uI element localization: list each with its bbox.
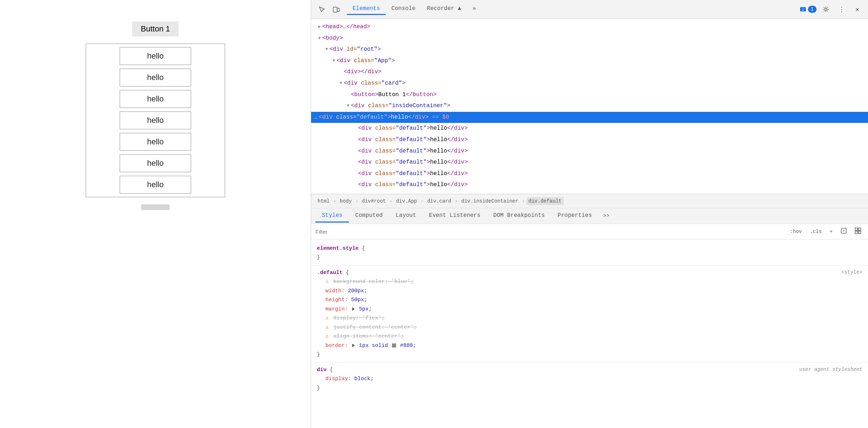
default-style-source: <style> — [841, 268, 862, 277]
styles-filter-input[interactable] — [315, 229, 784, 235]
panel-tabs: Styles Computed Layout Event Listeners D… — [311, 208, 868, 224]
svg-rect-1 — [337, 8, 339, 11]
settings-icon[interactable] — [819, 3, 832, 16]
breadcrumb-div-card[interactable]: div.card — [425, 197, 453, 205]
dom-tree: ▶ <head>…</head> ▼ <body> ▼ <div id="roo… — [311, 19, 868, 194]
element-style-close: } — [317, 253, 862, 262]
browser-content-panel: Button 1 hello hello hello hello hello h… — [0, 0, 311, 428]
warning-icon-align: ⚠ — [325, 333, 329, 339]
div-style-close: } — [317, 384, 862, 393]
dom-line-inside-container[interactable]: ▼ <div class="insideContainer"> — [311, 100, 868, 112]
dom-line-default-7[interactable]: ▶ <div class="default">hello</div> — [311, 179, 868, 191]
breadcrumb-div-inside-container[interactable]: div.insideContainer — [459, 197, 521, 205]
dom-line-body[interactable]: ▼ <body> — [311, 33, 868, 44]
style-rule-default: .default { <style> ⚠ background-color: '… — [311, 267, 868, 361]
filter-actions: :hov .cls + — [787, 227, 864, 237]
panel-tab-dom-breakpoints[interactable]: DOM Breakpoints — [487, 209, 551, 223]
panel-tab-layout[interactable]: Layout — [389, 209, 423, 223]
toolbar-right: 1 1 ⋮ ✕ — [799, 3, 864, 16]
prop-div-display: display: block; — [317, 374, 862, 384]
toggle-style-button[interactable] — [838, 227, 849, 237]
element-style-selector: element.style { — [317, 244, 862, 253]
prop-bg-color: ⚠ background-color: 'blue'; — [317, 277, 862, 287]
default-style-close: } — [317, 350, 862, 359]
breadcrumb-sep-5: › — [455, 198, 458, 204]
panel-tab-more-icon[interactable]: >> — [601, 211, 612, 220]
button-1[interactable]: Button 1 — [132, 21, 179, 36]
breadcrumb-bar: html › body › div#root › div.App › div.c… — [311, 194, 868, 208]
add-style-button[interactable]: + — [827, 228, 835, 235]
tab-more[interactable]: » — [467, 3, 482, 15]
dom-line-head[interactable]: ▶ <head>…</head> — [311, 21, 868, 33]
tab-recorder[interactable]: Recorder ▲ — [421, 3, 467, 15]
border-color-swatch[interactable] — [392, 343, 396, 348]
cls-button[interactable]: .cls — [807, 228, 824, 235]
breadcrumb-div-app[interactable]: div.App — [394, 197, 419, 205]
border-expand-arrow[interactable] — [352, 344, 355, 347]
dom-line-root[interactable]: ▼ <div id="root"> — [311, 44, 868, 55]
prop-border: border: 1px solid #888; — [317, 341, 862, 350]
dom-line-card[interactable]: ▼ <div class="card"> — [311, 78, 868, 89]
panel-tab-computed[interactable]: Computed — [349, 209, 389, 223]
hello-box-5: hello — [120, 133, 191, 151]
panel-tab-styles[interactable]: Styles — [315, 209, 349, 223]
breadcrumb-sep-2: › — [355, 198, 358, 204]
panel-tab-event-listeners[interactable]: Event Listeners — [423, 209, 487, 223]
prop-width: width: 200px; — [317, 287, 862, 296]
hov-button[interactable]: :hov — [787, 228, 804, 235]
svg-rect-9 — [855, 231, 858, 234]
margin-expand-arrow[interactable] — [352, 307, 355, 311]
inspect-icon[interactable] — [315, 3, 328, 16]
breadcrumb-html[interactable]: html — [315, 197, 332, 205]
warning-icon-bg: ⚠ — [325, 279, 329, 285]
dom-line-default-1[interactable]: … <div class="default">hello</div> == $0 — [311, 112, 868, 123]
devtools-panel: Elements Console Recorder ▲ » 1 1 ⋮ ✕ — [311, 0, 868, 428]
dom-line-default-6[interactable]: ▶ <div class="default">hello</div> — [311, 168, 868, 180]
prop-display: ⚠ display: 'flex'; — [317, 314, 862, 323]
panel-tab-properties[interactable]: Properties — [551, 209, 598, 223]
breadcrumb-div-default[interactable]: div.default — [527, 197, 564, 205]
tab-elements[interactable]: Elements — [347, 3, 386, 15]
dom-line-empty-div[interactable]: ▶ <div></div> — [311, 66, 868, 78]
card-container: hello hello hello hello hello hello hell… — [86, 44, 225, 197]
breadcrumb-sep-6: › — [522, 198, 525, 204]
prop-align-items: ⚠ align-items: 'center'; — [317, 332, 862, 341]
device-toggle-icon[interactable] — [330, 3, 343, 16]
button-2[interactable] — [141, 204, 170, 210]
hello-box-6: hello — [120, 154, 191, 172]
layout-view-button[interactable] — [852, 227, 864, 237]
notification-badge-wrapper: 1 1 — [799, 6, 817, 13]
dom-line-default-2[interactable]: ▶ <div class="default">hello</div> — [311, 123, 868, 134]
hello-box-1: hello — [120, 47, 191, 65]
dom-line-default-3[interactable]: ▶ <div class="default">hello</div> — [311, 134, 868, 146]
breadcrumb-div-root[interactable]: div#root — [360, 197, 388, 205]
tab-console[interactable]: Console — [386, 3, 421, 15]
dom-line-default-4[interactable]: ▶ <div class="default">hello</div> — [311, 146, 868, 157]
user-agent-label: user agent stylesheet — [799, 365, 862, 374]
close-icon[interactable]: ✕ — [851, 3, 864, 16]
svg-text:1: 1 — [802, 8, 804, 12]
notification-icon: 1 — [799, 6, 807, 13]
div-selector-line: div { user agent stylesheet — [317, 365, 862, 375]
dom-line-app[interactable]: ▼ <div class="App"> — [311, 55, 868, 67]
prop-margin: margin: 5px; — [317, 305, 862, 314]
dom-line-default-5[interactable]: ▶ <div class="default">hello</div> — [311, 157, 868, 168]
devtools-toolbar: Elements Console Recorder ▲ » 1 1 ⋮ ✕ — [311, 0, 868, 19]
notification-count: 1 — [808, 6, 817, 13]
dom-line-button[interactable]: ▶ <button>Button 1</button> — [311, 89, 868, 101]
svg-point-4 — [825, 8, 827, 10]
warning-icon-display: ⚠ — [325, 315, 329, 321]
hello-box-2: hello — [120, 69, 191, 86]
styles-content: element.style { } .default { <style> ⚠ b… — [311, 240, 868, 428]
svg-rect-8 — [858, 228, 861, 230]
kebab-menu-icon[interactable]: ⋮ — [835, 3, 848, 16]
style-rule-element: element.style { } — [311, 243, 868, 264]
breadcrumb-sep-4: › — [420, 198, 423, 204]
default-selector-line: .default { <style> — [317, 268, 862, 278]
hello-box-7: hello — [120, 176, 191, 194]
style-rule-div: div { user agent stylesheet display: blo… — [311, 364, 868, 394]
svg-rect-0 — [333, 7, 337, 12]
rule-divider-1 — [311, 265, 868, 265]
rule-divider-2 — [311, 362, 868, 363]
breadcrumb-body[interactable]: body — [338, 197, 354, 205]
